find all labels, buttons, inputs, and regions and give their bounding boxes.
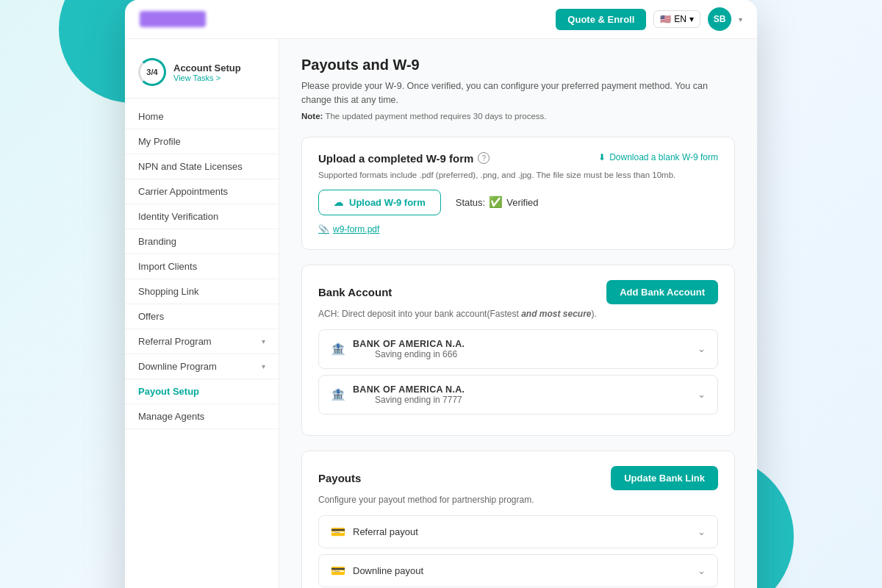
sidebar-item-payout-setup[interactable]: Payout Setup — [125, 379, 279, 404]
upload-w9-button[interactable]: ☁ Upload W-9 form — [318, 190, 441, 215]
sidebar-item-identity-verification[interactable]: Identity Verification — [125, 204, 279, 229]
page-description: Please provide your W-9. Once verified, … — [301, 79, 735, 107]
browser-card: Quote & Enroll 🇺🇸 EN ▾ SB ▾ 3/4 Account … — [125, 0, 757, 588]
w9-top-row: Upload a completed W-9 form ? ⬇ Download… — [318, 152, 718, 165]
bank-account-section: Bank Account Add Bank Account ACH: Direc… — [301, 265, 735, 436]
sidebar-item-branding[interactable]: Branding — [125, 229, 279, 254]
lang-chevron-icon: ▾ — [689, 14, 694, 24]
paperclip-icon: 📎 — [318, 224, 329, 234]
bank-detail-1: Saving ending in 666 — [375, 349, 465, 359]
sidebar: 3/4 Account Setup View Tasks > Home My P… — [125, 39, 279, 588]
payout-chevron-icon-2: ⌄ — [698, 565, 706, 576]
sidebar-item-offers[interactable]: Offers — [125, 304, 279, 329]
bank-icon: 🏦 — [331, 342, 345, 356]
payout-row-left-1: 💳 Referral payout — [331, 525, 418, 539]
referral-payout-row[interactable]: 💳 Referral payout ⌄ — [318, 515, 718, 548]
note-label: Note: — [301, 112, 323, 121]
w9-actions: ☁ Upload W-9 form Status: ✅ Verified — [318, 190, 718, 215]
flag-icon: 🇺🇸 — [660, 14, 671, 24]
sidebar-item-shopping-link[interactable]: Shopping Link — [125, 279, 279, 304]
w9-file-link[interactable]: 📎 w9-form.pdf — [318, 224, 718, 234]
chevron-down-icon: ▾ — [262, 362, 265, 370]
payouts-section: Payouts Update Bank Link Configure your … — [301, 451, 735, 589]
bank-row-left-2: 🏦 BANK OF AMERICA N.A. Saving ending in … — [331, 384, 465, 405]
sidebar-item-my-profile[interactable]: My Profile — [125, 129, 279, 154]
w9-section-title: Upload a completed W-9 form — [318, 152, 473, 165]
payout-icon-2: 💳 — [331, 564, 345, 578]
download-link-label: Download a blank W-9 form — [609, 152, 718, 162]
sidebar-item-home[interactable]: Home — [125, 104, 279, 129]
payouts-section-header: Payouts Update Bank Link — [318, 466, 718, 490]
downline-payout-row[interactable]: 💳 Downline payout ⌄ — [318, 554, 718, 587]
payout-chevron-icon-1: ⌄ — [698, 526, 706, 537]
nav-right: Quote & Enroll 🇺🇸 EN ▾ SB ▾ — [556, 7, 742, 31]
bank-row-2[interactable]: 🏦 BANK OF AMERICA N.A. Saving ending in … — [318, 375, 718, 415]
w9-formats: Supported formats include .pdf (preferre… — [318, 171, 718, 179]
sidebar-item-referral-program[interactable]: Referral Program ▾ — [125, 329, 279, 354]
sidebar-item-npn[interactable]: NPN and State Licenses — [125, 154, 279, 179]
payouts-section-title: Payouts — [318, 472, 361, 484]
sidebar-item-carrier[interactable]: Carrier Appointments — [125, 179, 279, 204]
update-bank-link-button[interactable]: Update Bank Link — [611, 466, 718, 490]
bank-expand-icon: ⌄ — [698, 343, 706, 354]
account-setup-title: Account Setup — [173, 62, 241, 74]
download-w9-link[interactable]: ⬇ Download a blank W-9 form — [598, 152, 718, 162]
bank-section-title: Bank Account — [318, 286, 392, 298]
downline-payout-label: Downline payout — [353, 565, 423, 576]
bank-info-1: BANK OF AMERICA N.A. Saving ending in 66… — [353, 339, 465, 359]
note-text: The updated payment method requires 30 d… — [325, 112, 546, 121]
file-name: w9-form.pdf — [333, 224, 379, 234]
payouts-section-subtitle: Configure your payout method for partner… — [318, 495, 718, 505]
bank-info-2: BANK OF AMERICA N.A. Saving ending in 77… — [353, 384, 465, 405]
browser-bar: Quote & Enroll 🇺🇸 EN ▾ SB ▾ — [125, 0, 757, 39]
download-icon: ⬇ — [598, 152, 606, 162]
payout-icon-1: 💳 — [331, 525, 345, 539]
company-logo — [140, 11, 206, 27]
status-label: Status: — [456, 197, 485, 208]
add-bank-account-button[interactable]: Add Bank Account — [606, 280, 718, 304]
account-setup-text: Account Setup View Tasks > — [173, 62, 241, 82]
bank-row-left: 🏦 BANK OF AMERICA N.A. Saving ending in … — [331, 339, 465, 359]
bank-name-1: BANK OF AMERICA N.A. — [353, 339, 465, 349]
account-setup-box: 3/4 Account Setup View Tasks > — [125, 51, 279, 98]
bank-row[interactable]: 🏦 BANK OF AMERICA N.A. Saving ending in … — [318, 329, 718, 369]
avatar-chevron-icon: ▾ — [739, 15, 742, 24]
sidebar-item-manage-agents[interactable]: Manage Agents — [125, 404, 279, 429]
sidebar-item-downline-program[interactable]: Downline Program ▾ — [125, 354, 279, 379]
upload-icon: ☁ — [334, 197, 343, 208]
progress-circle: 3/4 — [138, 58, 166, 86]
upload-label: Upload W-9 form — [349, 197, 426, 208]
quote-enroll-button[interactable]: Quote & Enroll — [556, 9, 646, 30]
main-content: Payouts and W-9 Please provide your W-9.… — [279, 39, 757, 588]
lang-label: EN — [674, 14, 686, 24]
bank-icon-2: 🏦 — [331, 387, 345, 401]
info-icon[interactable]: ? — [478, 152, 490, 164]
chevron-down-icon: ▾ — [262, 337, 265, 345]
page-title: Payouts and W-9 — [301, 57, 735, 74]
verified-check-icon: ✅ — [489, 196, 503, 209]
page-note: Note: The updated payment method require… — [301, 112, 735, 121]
bank-detail-2: Saving ending in 7777 — [375, 395, 465, 405]
sidebar-item-import-clients[interactable]: Import Clients — [125, 254, 279, 279]
bank-name-2: BANK OF AMERICA N.A. — [353, 384, 465, 395]
w9-section: Upload a completed W-9 form ? ⬇ Download… — [301, 137, 735, 250]
payout-row-left-2: 💳 Downline payout — [331, 564, 423, 578]
app-body: 3/4 Account Setup View Tasks > Home My P… — [125, 39, 757, 588]
view-tasks-link[interactable]: View Tasks > — [173, 74, 241, 82]
bank-section-header: Bank Account Add Bank Account — [318, 280, 718, 304]
status-verified: Status: ✅ Verified — [456, 196, 539, 209]
user-avatar[interactable]: SB — [708, 7, 731, 31]
status-value: Verified — [506, 197, 538, 208]
bank-section-desc: ACH: Direct deposit into your bank accou… — [318, 309, 718, 319]
referral-payout-label: Referral payout — [353, 526, 418, 537]
language-selector[interactable]: 🇺🇸 EN ▾ — [653, 10, 700, 28]
bank-expand-icon-2: ⌄ — [698, 389, 706, 400]
w9-title-group: Upload a completed W-9 form ? — [318, 152, 490, 165]
